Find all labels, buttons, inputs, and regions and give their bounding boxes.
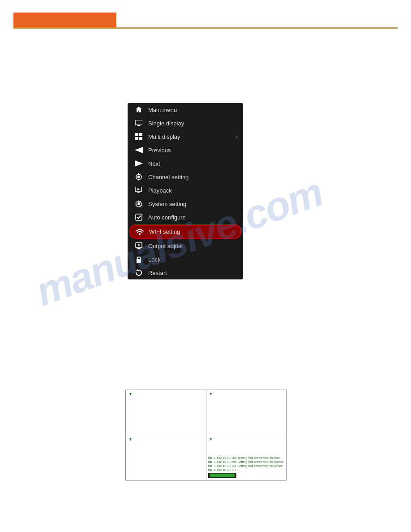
menu-label-channel-setting: Channel setting [148, 174, 188, 180]
svg-point-10 [137, 176, 140, 178]
single-display-icon [134, 119, 144, 127]
menu-item-system-setting[interactable]: System setting [128, 197, 243, 210]
grid-cell-1-1: ▼ [126, 390, 206, 435]
menu-label-next: Next [148, 160, 160, 167]
menu-item-multi-display[interactable]: Multi display › [128, 130, 243, 143]
auto-configure-icon [134, 213, 144, 221]
header-bar [13, 13, 398, 29]
grid-cell-2-1: ▼ [126, 435, 206, 480]
menu-item-single-display[interactable]: Single display [128, 116, 243, 130]
svg-marker-7 [135, 147, 143, 153]
svg-point-22 [138, 244, 140, 246]
svg-rect-5 [135, 137, 138, 140]
grid-row-2: ▼ ▼ INF 1 192.12.10.151 Testing Wifi con… [126, 435, 286, 480]
previous-icon [134, 146, 144, 154]
menu-item-previous[interactable]: Previous [128, 143, 243, 157]
header-orange-block [13, 13, 116, 29]
multi-display-icon [134, 133, 144, 141]
playback-icon [134, 186, 144, 194]
restart-icon [134, 269, 144, 277]
log-bar: █████████████ [208, 473, 236, 478]
channel-setting-icon [134, 173, 144, 181]
log-line-3: INF 3 192.12.10.121 Setting Wifi connect… [208, 464, 285, 468]
menu-label-restart: Restart [148, 270, 167, 276]
svg-point-16 [137, 202, 140, 205]
grid-container: ▼ ▼ ▼ ▼ INF 1 192.12.10.151 Testing Wifi… [125, 390, 287, 481]
menu-item-lock[interactable]: Lock [128, 253, 243, 266]
menu-label-auto-configure: Auto configure [148, 214, 186, 221]
output-adjust-icon [134, 242, 144, 250]
log-line-4: INF 4 192.10.10.111 ... [208, 468, 285, 472]
svg-rect-1 [137, 125, 140, 126]
next-icon [134, 159, 144, 167]
wifi-icon [135, 227, 145, 236]
svg-rect-20 [137, 248, 140, 249]
grid-row-1: ▼ ▼ [126, 390, 286, 435]
svg-rect-17 [136, 214, 142, 220]
menu-item-wifi-setting[interactable]: WIFI setting [129, 224, 241, 239]
menu-label-playback: Playback [148, 187, 172, 194]
cell-1-2-label: ▼ [209, 392, 213, 396]
menu-label-multi-display: Multi display [148, 133, 180, 140]
svg-rect-0 [135, 120, 142, 125]
cell-2-1-label: ▼ [128, 437, 133, 442]
svg-rect-21 [137, 249, 141, 249]
system-setting-icon [134, 200, 144, 208]
menu-label-main-menu: Main menu [148, 107, 177, 113]
svg-rect-23 [137, 259, 141, 263]
menu-label-wifi-setting: WIFI setting [149, 228, 180, 235]
menu-item-output-adjust[interactable]: Output adjust [128, 239, 243, 253]
home-icon [134, 106, 144, 114]
menu-item-playback[interactable]: Playback [128, 184, 243, 197]
menu-item-restart[interactable]: Restart [128, 266, 243, 279]
svg-rect-4 [139, 133, 142, 136]
svg-marker-15 [137, 188, 140, 190]
svg-rect-14 [137, 192, 140, 193]
svg-rect-12 [138, 179, 139, 180]
svg-marker-8 [135, 160, 143, 167]
menu-label-system-setting: System setting [148, 201, 186, 207]
menu-label-single-display: Single display [148, 120, 184, 127]
svg-rect-18 [139, 233, 141, 235]
log-line-2: INF 2 192.10.10.255 Setting Wifi connect… [208, 460, 285, 464]
svg-rect-6 [139, 137, 142, 140]
svg-rect-11 [138, 173, 139, 175]
menu-label-lock: Lock [148, 256, 160, 263]
menu-item-next[interactable]: Next [128, 157, 243, 170]
menu-label-output-adjust: Output adjust [148, 243, 183, 249]
menu-item-auto-configure[interactable]: Auto configure [128, 210, 243, 224]
lock-icon [134, 255, 144, 263]
log-line-1: INF 1 192.12.10.151 Testing Wifi connect… [208, 456, 285, 460]
menu-item-channel-setting[interactable]: Channel setting [128, 170, 243, 184]
menu-container: Main menu Single display Multi display › [128, 103, 243, 279]
header-gold-line [13, 27, 398, 29]
menu-label-previous: Previous [148, 147, 171, 154]
grid-cell-2-2: ▼ INF 1 192.12.10.151 Testing Wifi conne… [206, 435, 287, 480]
menu-item-main-menu[interactable]: Main menu [128, 103, 243, 116]
cell-1-1-label: ▼ [128, 392, 133, 396]
cell-log-area: INF 1 192.12.10.151 Testing Wifi connect… [208, 456, 285, 478]
svg-rect-3 [135, 133, 138, 136]
svg-rect-2 [137, 126, 141, 126]
multi-display-arrow: › [236, 133, 238, 140]
cell-2-2-label: ▼ [209, 437, 213, 442]
grid-cell-1-2: ▼ [206, 390, 287, 435]
